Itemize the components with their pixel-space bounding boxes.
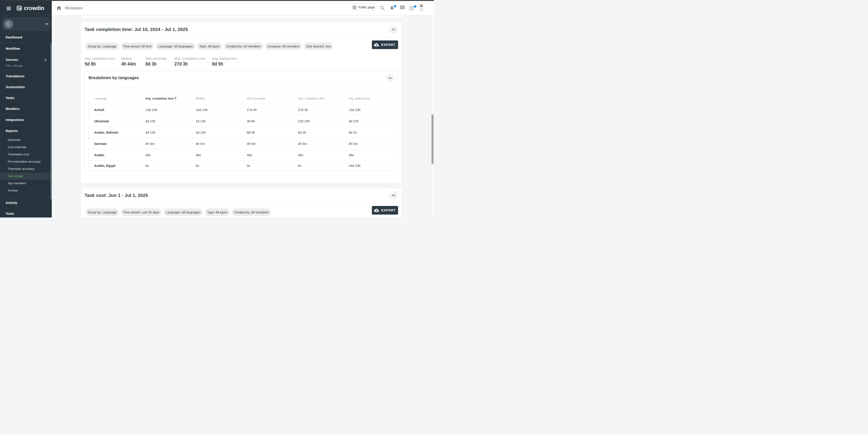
svg-text:?: ? bbox=[411, 6, 412, 10]
